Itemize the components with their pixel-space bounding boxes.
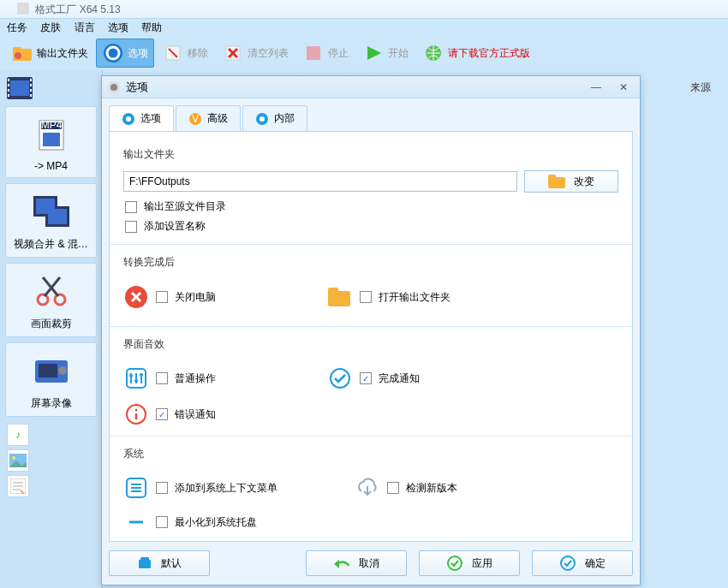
folder-icon: [11, 42, 33, 64]
svg-point-40: [12, 456, 15, 460]
toolbar-output-folder[interactable]: 输出文件夹: [5, 39, 94, 68]
checkbox-shutdown[interactable]: [156, 291, 168, 303]
section-output-folder: 输出文件夹: [123, 147, 618, 162]
checkbox-finish-notify[interactable]: ✓: [360, 372, 372, 384]
menu-language[interactable]: 语言: [75, 21, 95, 33]
svg-rect-20: [30, 79, 32, 81]
advanced-icon: V: [188, 112, 202, 126]
checkbox-check-update[interactable]: [387, 482, 399, 494]
internal-icon: [255, 112, 269, 126]
checkbox-open-output[interactable]: [360, 291, 372, 303]
tab-advanced[interactable]: V 高级: [176, 105, 241, 131]
cancel-button[interactable]: 取消: [306, 550, 407, 576]
category-video-icon[interactable]: [7, 77, 95, 99]
list-icon: [123, 477, 149, 499]
svg-rect-18: [8, 89, 9, 92]
dialog-titlebar: 选项 — ✕: [102, 76, 640, 98]
sidebar-item-crop[interactable]: 画面裁剪: [5, 263, 97, 337]
sliders-icon: [123, 367, 149, 389]
svg-text:MP4: MP4: [40, 119, 62, 131]
svg-rect-19: [8, 94, 9, 97]
mini-image-icon[interactable]: [7, 449, 29, 472]
tab-internal[interactable]: 内部: [242, 105, 307, 131]
svg-rect-22: [30, 89, 32, 92]
cloud-download-icon: [355, 478, 380, 498]
check-icon: [446, 555, 463, 572]
svg-rect-1: [13, 47, 21, 52]
output-path-input[interactable]: [123, 171, 517, 192]
svg-rect-55: [548, 175, 556, 180]
app-titlebar: 格式工厂 X64 5.13: [0, 0, 728, 19]
toolbar-clear[interactable]: 清空列表: [216, 39, 295, 68]
source-column-header: 来源: [690, 80, 711, 95]
minimize-icon: [123, 513, 149, 532]
svg-point-65: [129, 374, 133, 377]
svg-rect-23: [30, 94, 32, 97]
checkbox-minimize-tray[interactable]: [156, 516, 168, 528]
svg-rect-31: [48, 209, 67, 224]
app-title: 格式工厂 X64 5.13: [35, 3, 120, 15]
toolbar-options[interactable]: 选项: [96, 39, 154, 68]
toolbar-stop[interactable]: 停止: [296, 39, 355, 68]
mini-audio-icon[interactable]: ♪: [7, 424, 29, 446]
svg-point-67: [140, 373, 143, 377]
tab-options[interactable]: 选项: [109, 105, 174, 131]
svg-rect-21: [30, 84, 32, 86]
sidebar-item-screen-record[interactable]: 屏幕录像: [5, 342, 97, 417]
checkbox-append-setting-name[interactable]: [125, 221, 137, 233]
svg-line-34: [45, 277, 60, 296]
left-sidebar: MP4 -> MP4 视频合并 & 混… 画面裁剪 屏幕录像 ♪: [0, 70, 103, 588]
section-after-convert: 转换完成后: [123, 255, 618, 270]
undo-icon: [333, 557, 350, 569]
sidebar-item-mp4[interactable]: MP4 -> MP4: [5, 106, 97, 178]
folder-icon: [548, 175, 565, 188]
scissors-icon: [9, 270, 92, 312]
svg-rect-27: [43, 133, 60, 146]
svg-text:V: V: [192, 113, 199, 125]
check-circle-icon: [327, 367, 353, 389]
remove-icon: [162, 42, 184, 64]
svg-rect-37: [39, 364, 57, 377]
svg-point-68: [331, 369, 349, 388]
gear-icon: [102, 42, 124, 64]
svg-point-70: [135, 409, 138, 412]
toolbar-download[interactable]: 请下载官方正式版: [416, 39, 536, 68]
svg-rect-60: [328, 288, 338, 294]
svg-point-82: [561, 556, 575, 570]
checkbox-normal-ops[interactable]: [156, 372, 168, 384]
menu-tasks[interactable]: 任务: [7, 21, 27, 33]
svg-point-32: [38, 294, 48, 305]
minimize-button[interactable]: —: [585, 80, 607, 94]
close-button[interactable]: ✕: [612, 80, 635, 94]
svg-point-38: [58, 366, 67, 375]
checkbox-context-menu[interactable]: [156, 482, 168, 494]
play-icon: [362, 42, 385, 64]
svg-point-49: [126, 116, 131, 122]
toolbar-remove[interactable]: 移除: [156, 39, 214, 68]
dialog-body: 输出文件夹 改变 输出至源文件目录 添加设置名称 转换完成后 关闭电脑: [109, 131, 633, 542]
svg-line-35: [43, 277, 58, 296]
section-ui-sounds: 界面音效: [123, 337, 618, 352]
mp4-icon: MP4: [9, 114, 92, 155]
ok-button[interactable]: 确定: [532, 550, 633, 576]
menu-options[interactable]: 选项: [108, 21, 128, 33]
checkbox-output-to-source[interactable]: [125, 201, 137, 213]
toolbar-start[interactable]: 开始: [356, 39, 415, 68]
dialog-footer: 默认 取消 应用 确定: [109, 550, 633, 576]
sidebar-item-video-merge[interactable]: 视频合并 & 混…: [5, 183, 97, 258]
checkbox-error-notify[interactable]: ✓: [156, 408, 168, 420]
svg-rect-79: [140, 557, 149, 561]
toolbar: 输出文件夹 选项 移除 清空列表 停止 开始 请下载官方正式版: [0, 36, 728, 70]
dialog-tabs: 选项 V 高级 内部: [109, 105, 633, 131]
reset-icon: [137, 556, 152, 570]
globe-icon: [422, 42, 445, 64]
default-button[interactable]: 默认: [109, 550, 210, 576]
menu-help[interactable]: 帮助: [141, 21, 162, 33]
svg-point-5: [111, 51, 116, 56]
svg-marker-80: [334, 560, 339, 568]
change-folder-button[interactable]: 改变: [524, 170, 618, 193]
svg-point-47: [110, 84, 117, 91]
mini-document-icon[interactable]: [7, 475, 29, 497]
menu-skin[interactable]: 皮肤: [40, 21, 61, 33]
apply-button[interactable]: 应用: [419, 550, 520, 576]
